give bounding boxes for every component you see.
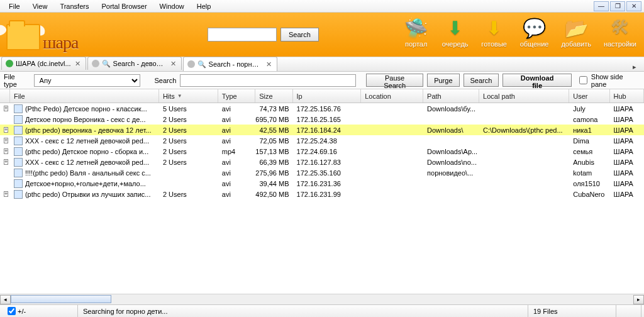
col-hub[interactable]: Hub xyxy=(610,89,644,103)
menu-transfers[interactable]: Transfers xyxy=(53,1,95,11)
toolbar-label: общение xyxy=(520,40,549,48)
cell-size: 695,70 MB xyxy=(255,114,292,125)
menu-view[interactable]: View xyxy=(26,1,54,11)
scroll-left-icon[interactable]: ◂ xyxy=(0,295,11,304)
menu-window[interactable]: Window xyxy=(153,1,191,11)
toolbar-queue[interactable]: ⬇очередь xyxy=(442,15,469,48)
banner-search-input[interactable] xyxy=(208,28,277,42)
tab-overflow-arrow[interactable]: ▸ xyxy=(629,63,640,71)
cell-ip: 172.25.156.76 xyxy=(293,103,362,114)
expand-icon[interactable]: + xyxy=(4,191,8,197)
toolbar-portal[interactable]: 🛸портал xyxy=(403,15,430,48)
purge-button[interactable]: Purge xyxy=(427,74,459,87)
col-path[interactable]: Path xyxy=(423,89,479,103)
table-row[interactable]: +XXX - секс с 12 летней девочкой ped...2… xyxy=(0,157,644,167)
table-row[interactable]: Детское порно Вероника - секс с де...2 U… xyxy=(0,114,644,125)
col-hits[interactable]: Hits▼ xyxy=(159,89,218,103)
expand-icon[interactable]: + xyxy=(4,148,8,154)
scroll-track[interactable] xyxy=(11,295,633,304)
cell-type: avi xyxy=(218,103,255,114)
tab-bar: ШАРА (dc.inetvl...✕🔍Search - девочка...✕… xyxy=(0,57,644,72)
tab-close-icon[interactable]: ✕ xyxy=(169,60,177,68)
table-row[interactable]: +(pthc pedo) вероника - девочка 12 лет..… xyxy=(0,125,644,135)
menu-file[interactable]: File xyxy=(3,1,26,11)
app-logo: шара xyxy=(0,13,119,57)
col-location[interactable]: Location xyxy=(361,89,423,103)
horizontal-scrollbar[interactable]: ◂ ▸ xyxy=(0,294,644,304)
toolbar-add[interactable]: 📂добавить xyxy=(561,15,591,48)
table-row[interactable]: !!!!(pthc pedo) Валя - анальный секс с..… xyxy=(0,167,644,178)
tab-close-icon[interactable]: ✕ xyxy=(265,60,273,69)
col-size[interactable]: Size xyxy=(255,89,292,103)
ready-icon: ⬇ xyxy=(481,15,508,40)
col-file[interactable]: File xyxy=(10,89,159,103)
expand-icon[interactable]: + xyxy=(4,127,8,133)
pause-search-button[interactable]: Pause Search xyxy=(366,74,423,87)
scroll-right-icon[interactable]: ▸ xyxy=(633,295,644,304)
table-row[interactable]: Детское+порно,+голые+дети,+мало...avi39,… xyxy=(0,178,644,189)
cell-type: avi xyxy=(218,157,255,167)
file-icon xyxy=(14,126,23,135)
tab-s1[interactable]: 🔍Search - девочка...✕ xyxy=(87,57,182,70)
tab-s2[interactable]: 🔍Search - порно дети✕ xyxy=(183,57,277,71)
cell-size: 72,05 MB xyxy=(255,135,292,146)
show-side-pane-checkbox[interactable] xyxy=(579,76,587,84)
cell-localpath xyxy=(479,146,569,157)
col-ip[interactable]: Ip xyxy=(293,89,362,103)
filetype-select[interactable]: Any xyxy=(34,74,141,87)
toolbar-ready[interactable]: ⬇готовые xyxy=(481,15,508,48)
plusminus-checkbox[interactable] xyxy=(8,307,16,315)
table-row[interactable]: +(pthc pedo) Детское порно - сборка и...… xyxy=(0,146,644,157)
cell-user: camona xyxy=(569,114,609,125)
scroll-thumb[interactable] xyxy=(11,295,111,303)
table-row[interactable]: +(Pthc Pedo) Детское порно - классик...5… xyxy=(0,103,644,114)
banner-search-button[interactable]: Search xyxy=(280,28,319,42)
toolbar-label: готовые xyxy=(481,40,507,48)
cell-hits: 2 Users xyxy=(159,146,218,157)
menu-portal-browser[interactable]: Portal Browser xyxy=(95,1,153,11)
file-name: !!!!(pthc pedo) Валя - анальный секс с..… xyxy=(25,169,151,177)
sort-desc-icon: ▼ xyxy=(177,93,182,99)
cell-location xyxy=(361,103,423,114)
file-name: XXX - секс с 12 летней девочкой ped... xyxy=(25,137,149,145)
table-header: File Hits▼ Type Size Ip Location Path Lo… xyxy=(0,89,644,103)
col-user[interactable]: User xyxy=(569,89,609,103)
file-icon xyxy=(14,169,23,177)
download-file-button[interactable]: Download file xyxy=(502,74,571,87)
table-row[interactable]: +(pthc pedo) Отрывки из лучших запис...2… xyxy=(0,189,644,199)
table-row[interactable]: +XXX - секс с 12 летней девочкой ped...2… xyxy=(0,135,644,146)
menu-help[interactable]: Help xyxy=(191,1,218,11)
restore-button[interactable]: ❐ xyxy=(610,1,625,11)
cell-ip: 172.25.35.160 xyxy=(293,167,362,178)
close-button[interactable]: ✕ xyxy=(626,1,641,11)
toolbar-chat[interactable]: 💬общение xyxy=(520,15,549,48)
chat-icon: 💬 xyxy=(521,15,548,40)
cell-user: ника1 xyxy=(569,125,609,135)
search-button[interactable]: Search xyxy=(464,74,499,87)
search-input[interactable] xyxy=(180,74,356,87)
col-type[interactable]: Type xyxy=(218,89,255,103)
tab-close-icon[interactable]: ✕ xyxy=(74,60,82,68)
cell-localpath xyxy=(479,167,569,178)
expand-icon[interactable]: + xyxy=(4,159,8,165)
cell-size: 74,73 MB xyxy=(255,103,292,114)
expand-icon[interactable]: + xyxy=(4,138,8,143)
toolbar-settings[interactable]: 🛠настройки xyxy=(604,15,636,48)
cell-type: avi xyxy=(218,125,255,135)
queue-icon: ⬇ xyxy=(442,15,469,40)
cell-localpath xyxy=(479,114,569,125)
brand-text: шара xyxy=(43,33,78,53)
expand-icon[interactable]: + xyxy=(4,106,8,111)
col-localpath[interactable]: Local path xyxy=(479,89,569,103)
minimize-button[interactable]: — xyxy=(594,1,609,11)
toolbar-label: очередь xyxy=(442,40,469,48)
file-icon xyxy=(14,136,23,145)
cell-hub: ШАРА xyxy=(610,167,644,178)
cell-location xyxy=(361,135,423,146)
tab-hub[interactable]: ШАРА (dc.inetvl...✕ xyxy=(1,57,86,70)
file-name: Детское порно Вероника - секс с де... xyxy=(25,116,146,123)
cell-hub: ШАРА xyxy=(610,157,644,167)
search-label: Search xyxy=(154,77,176,84)
cell-localpath: C:\Downloads\(pthc ped... xyxy=(479,125,569,135)
file-icon xyxy=(14,147,23,156)
